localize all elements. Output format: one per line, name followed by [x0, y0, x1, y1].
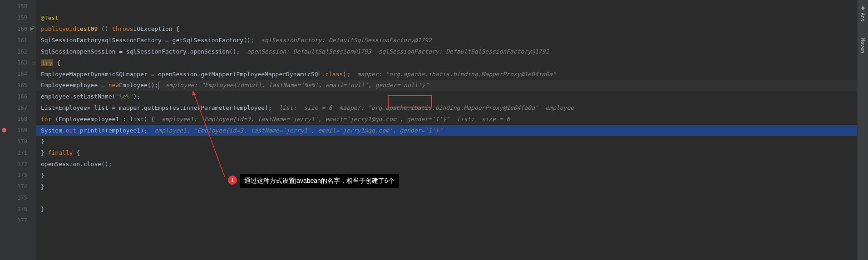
gutter-line[interactable]: 158	[0, 1, 36, 12]
ant-tab[interactable]: Ant	[859, 4, 867, 24]
code-line-177	[36, 215, 857, 226]
code-line-165: Employee employee = new Employee(); empl…	[36, 80, 857, 91]
code-line-163: try {	[36, 57, 857, 69]
gutter-line[interactable]: 167	[0, 102, 36, 113]
right-tool-panel: Ant m Maven	[857, 0, 868, 260]
code-area[interactable]: @Test public void test09 () throws IOExc…	[36, 0, 857, 260]
svg-text:m: m	[860, 35, 863, 36]
maven-icon: m	[860, 31, 866, 36]
code-line-158	[36, 1, 857, 12]
gutter-line[interactable]: 171	[0, 147, 36, 158]
gutter-line[interactable]: 177	[0, 215, 36, 226]
svg-point-1	[2, 128, 6, 132]
gutter-line[interactable]: 162	[0, 46, 36, 57]
gutter-line[interactable]: 163⊟	[0, 57, 36, 69]
gutter-line[interactable]: 168	[0, 113, 36, 125]
gutter-line[interactable]: 160	[0, 24, 36, 35]
code-line-171: } finally {	[36, 147, 857, 158]
code-line-172: openSession.close();	[36, 158, 857, 170]
annotation-text: 通过这种方式设置javabean的名字，相当于创建了6个	[240, 174, 399, 188]
gutter-line[interactable]: 164	[0, 69, 36, 80]
gutter-line[interactable]: 174	[0, 181, 36, 192]
svg-point-0	[32, 26, 35, 29]
code-line-164: EmployeeMapperDynamicSQL mapper = openSe…	[36, 69, 857, 80]
annotation-badge: 1	[228, 176, 237, 185]
code-line-168: for (Employee employee1 : list) { employ…	[36, 113, 857, 125]
code-line-159: @Test	[36, 12, 857, 24]
editor-container: 158 159 160 161 162 163⊟ 164 165 166 167…	[0, 0, 868, 260]
code-line-161: SqlSessionFactory sqlSessionFactory = ge…	[36, 34, 857, 46]
gutter-line[interactable]: 161	[0, 34, 36, 46]
code-line-175	[36, 192, 857, 204]
code-line-173: }	[36, 170, 857, 181]
code-line-167: List<Employee> list = mapper.getEmpsTest…	[36, 102, 857, 113]
gutter-line[interactable]: 170	[0, 136, 36, 147]
run-recycle-icon[interactable]	[29, 26, 35, 32]
code-line-160: public void test09 () throws IOException…	[36, 24, 857, 35]
gutter: 158 159 160 161 162 163⊟ 164 165 166 167…	[0, 0, 36, 260]
code-line-170: }	[36, 136, 857, 147]
code-line-174: }	[36, 181, 857, 192]
gutter-line[interactable]: 159	[0, 12, 36, 24]
gutter-line[interactable]: 165	[0, 80, 36, 91]
breakpoint-icon[interactable]	[1, 127, 7, 133]
code-line-162: SqlSession openSession = sqlSessionFacto…	[36, 46, 857, 57]
code-line-166: employee.setLastName("%e%");	[36, 91, 857, 102]
gutter-line[interactable]: 173	[0, 170, 36, 181]
code-line-169: System.out.println(employee1); employee1…	[36, 125, 857, 136]
maven-tab[interactable]: m Maven	[859, 29, 867, 55]
code-line-176: }	[36, 203, 857, 215]
gutter-line[interactable]: 176	[0, 203, 36, 215]
ant-icon	[860, 5, 866, 11]
gutter-line[interactable]: 175	[0, 192, 36, 204]
gutter-line[interactable]: 169	[0, 125, 36, 136]
gutter-line[interactable]: 172	[0, 158, 36, 170]
gutter-line[interactable]: 166	[0, 91, 36, 102]
